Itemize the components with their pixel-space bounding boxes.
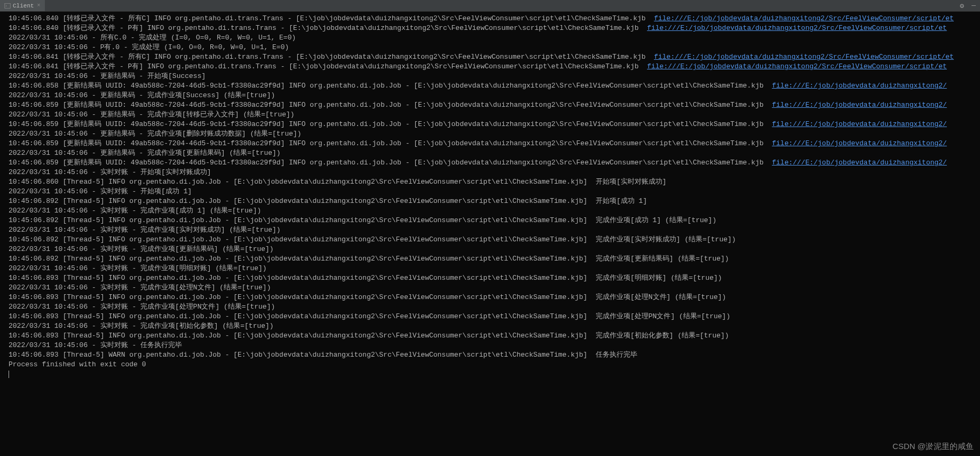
file-link[interactable]: file:///E:/job/jobdevdata/duizhangxitong…	[654, 53, 954, 61]
console-line: Process finished with exit code 0	[9, 360, 976, 369]
console-line: 10:45:06.893 [Thread-5] INFO org.pentaho…	[9, 273, 976, 283]
cursor-line	[9, 369, 976, 379]
console-line: 10:45:06.892 [Thread-5] INFO org.pentaho…	[9, 235, 976, 245]
console-line: 2022/03/31 10:45:06 - 实时对账 - 完成作业项[更新结果码…	[9, 245, 976, 254]
console-line: 10:45:06.859 [更新结果码 UUID: 49ab588c-7204-…	[9, 100, 976, 110]
console-line: 10:45:06.841 [转移已录入文件 - 所有C] INFO org.pe…	[9, 52, 976, 62]
console-line: 10:45:06.841 [转移已录入文件 - P有] INFO org.pen…	[9, 62, 976, 72]
console-line: 2022/03/31 10:45:06 - 实时对账 - 任务执行完毕	[9, 341, 976, 350]
console-line: 2022/03/31 10:45:06 - 实时对账 - 开始项[实时对账成功]	[9, 168, 976, 177]
console-line: 2022/03/31 10:45:06 - 更新结果码 - 完成作业项[转移已录…	[9, 110, 976, 120]
file-link[interactable]: file:///E:/job/jobdevdata/duizhangxitong…	[647, 24, 947, 32]
console-line: 10:45:06.893 [Thread-5] INFO org.pentaho…	[9, 331, 976, 341]
console-line: 10:45:06.840 [转移已录入文件 - P有] INFO org.pen…	[9, 23, 976, 33]
file-link[interactable]: file:///E:/job/jobdevdata/duizhangxitong…	[772, 101, 947, 109]
console-line: 10:45:06.893 [Thread-5] INFO org.pentaho…	[9, 293, 976, 302]
console-line: 2022/03/31 10:45:06 - P有.0 - 完成处理 (I=0, …	[9, 43, 976, 52]
titlebar-actions: ⚙ —	[960, 2, 980, 10]
console-line: 10:45:06.860 [Thread-5] INFO org.pentaho…	[9, 177, 976, 187]
console-line: 10:45:06.893 [Thread-5] WARN org.pentaho…	[9, 350, 976, 360]
console-line: 10:45:06.892 [Thread-5] INFO org.pentaho…	[9, 196, 976, 206]
console-line: 2022/03/31 10:45:06 - 更新结果码 - 完成作业项[Succ…	[9, 91, 976, 100]
cursor	[9, 371, 9, 378]
watermark: CSDN @淤泥里的咸鱼	[892, 442, 974, 452]
console-line: 2022/03/31 10:45:06 - 实时对账 - 完成作业项[处理PN文…	[9, 302, 976, 312]
file-link[interactable]: file:///E:/job/jobdevdata/duizhangxitong…	[772, 159, 947, 167]
gear-icon[interactable]: ⚙	[960, 2, 964, 10]
console-line: 2022/03/31 10:45:06 - 实时对账 - 完成作业项[明细对账]…	[9, 264, 976, 273]
console-line: 2022/03/31 10:45:06 - 实时对账 - 完成作业项[实时对账成…	[9, 225, 976, 235]
file-link[interactable]: file:///E:/job/jobdevdata/duizhangxitong…	[654, 14, 954, 22]
console-line: 10:45:06.859 [更新结果码 UUID: 49ab588c-7204-…	[9, 120, 976, 129]
terminal-icon	[4, 3, 11, 9]
console-line: 2022/03/31 10:45:06 - 实时对账 - 开始项[成功 1]	[9, 187, 976, 196]
console-line: 10:45:06.859 [更新结果码 UUID: 49ab588c-7204-…	[9, 139, 976, 148]
file-link[interactable]: file:///E:/job/jobdevdata/duizhangxitong…	[647, 62, 947, 70]
console-line: 2022/03/31 10:45:06 - 所有C.0 - 完成处理 (I=0,…	[9, 33, 976, 43]
console-line: 10:45:06.858 [更新结果码 UUID: 49ab588c-7204-…	[9, 81, 976, 91]
file-link[interactable]: file:///E:/job/jobdevdata/duizhangxitong…	[772, 82, 947, 90]
console-line: 10:45:06.892 [Thread-5] INFO org.pentaho…	[9, 216, 976, 225]
console-line: 2022/03/31 10:45:06 - 实时对账 - 完成作业项[处理N文件…	[9, 283, 976, 293]
console-line: 2022/03/31 10:45:06 - 实时对账 - 完成作业项[初始化参数…	[9, 321, 976, 331]
console-output[interactable]: 10:45:06.840 [转移已录入文件 - 所有C] INFO org.pe…	[0, 12, 980, 379]
close-icon[interactable]: ×	[37, 3, 41, 9]
console-line: 10:45:06.840 [转移已录入文件 - 所有C] INFO org.pe…	[9, 14, 976, 23]
console-line: 2022/03/31 10:45:06 - 更新结果码 - 完成作业项[更新结果…	[9, 148, 976, 158]
file-link[interactable]: file:///E:/job/jobdevdata/duizhangxitong…	[772, 120, 947, 128]
titlebar: Client × ⚙ —	[0, 0, 980, 12]
console-line: 2022/03/31 10:45:06 - 更新结果码 - 开始项[Succes…	[9, 72, 976, 81]
console-line: 2022/03/31 10:45:06 - 更新结果码 - 完成作业项[删除对账…	[9, 129, 976, 139]
console-line: 10:45:06.893 [Thread-5] INFO org.pentaho…	[9, 312, 976, 321]
minimize-icon[interactable]: —	[971, 2, 976, 10]
file-link[interactable]: file:///E:/job/jobdevdata/duizhangxitong…	[772, 139, 947, 147]
tab-client[interactable]: Client ×	[0, 0, 45, 11]
console-line: 2022/03/31 10:45:06 - 实时对账 - 完成作业项[成功 1]…	[9, 206, 976, 216]
svg-rect-0	[5, 3, 11, 8]
tab-title: Client	[13, 3, 34, 9]
console-line: 10:45:06.892 [Thread-5] INFO org.pentaho…	[9, 254, 976, 264]
console-line: 10:45:06.859 [更新结果码 UUID: 49ab588c-7204-…	[9, 158, 976, 168]
